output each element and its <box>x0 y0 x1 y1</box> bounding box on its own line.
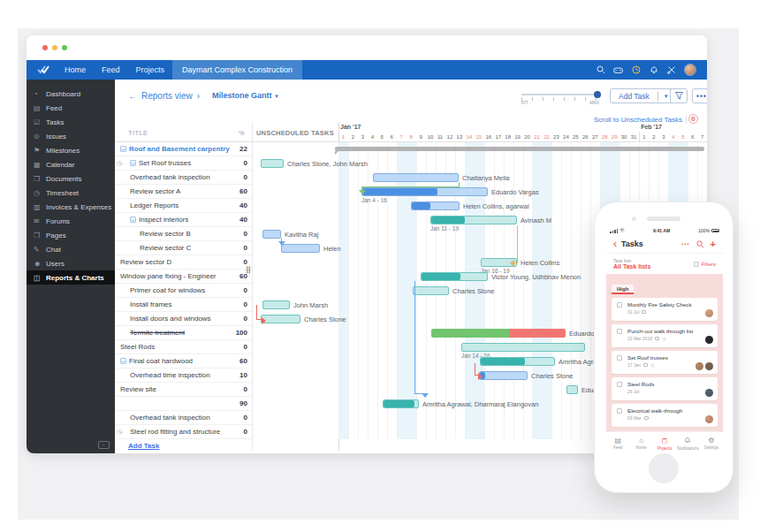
phone-tab-settings[interactable]: ⚙Settings <box>700 432 723 454</box>
column-header-title[interactable]: TITLE <box>128 129 148 137</box>
nav-item-projects[interactable]: Projects <box>128 60 173 80</box>
sidebar-item-milestones[interactable]: ⚑Milestones <box>27 143 115 157</box>
column-header-percent[interactable]: % <box>239 129 245 137</box>
task-title[interactable]: Review sector A <box>130 187 180 195</box>
sidebar-item-issues[interactable]: ⊙Issues <box>27 129 115 143</box>
priority-tab-high[interactable]: High <box>612 285 634 294</box>
gantt-bar[interactable] <box>373 173 459 182</box>
gantt-bar[interactable] <box>461 343 585 352</box>
table-row[interactable]: Overhead tank inspection0 <box>115 171 252 185</box>
sidebar-item-tasks[interactable]: ☑Tasks <box>27 115 115 129</box>
view-selector[interactable]: Milestone Gantt ▼ <box>212 91 279 100</box>
table-row[interactable]: –Inspect interiors40 <box>115 213 252 227</box>
filter-button[interactable] <box>670 88 688 103</box>
unscheduled-task-bar[interactable] <box>261 159 284 168</box>
table-row[interactable]: Review site0 <box>115 383 252 397</box>
zoom-slider[interactable]: FIT MAX <box>521 94 599 101</box>
gantt-bar-overdue[interactable] <box>509 329 566 338</box>
zoom-slider-knob[interactable] <box>594 91 601 98</box>
sidebar-item-invoices[interactable]: ▥Invoices & Expenses <box>27 200 115 214</box>
gantt-bar[interactable] <box>361 187 488 196</box>
unscheduled-task-bar[interactable] <box>281 244 320 253</box>
gantt-bar[interactable] <box>413 286 449 295</box>
timer-icon[interactable] <box>631 65 641 75</box>
home-button[interactable] <box>649 453 679 483</box>
collapse-toggle-icon[interactable]: – <box>120 358 126 364</box>
sidebar-item-users[interactable]: ☻Users <box>27 256 115 270</box>
search-icon[interactable] <box>696 236 704 252</box>
table-row[interactable]: –Final coat hardwood60 <box>115 354 252 369</box>
task-title[interactable]: Review sector D <box>120 258 171 266</box>
table-row[interactable]: Install frames0 <box>115 298 252 312</box>
tasklist-selector[interactable]: Task lists All Task lists Filters <box>606 254 723 274</box>
table-row[interactable]: Overhead tank inspection0 <box>115 411 252 425</box>
close-window-icon[interactable] <box>42 45 48 50</box>
table-row[interactable]: Review sector D0 <box>115 255 252 270</box>
breadcrumb[interactable]: ← Reports view › <box>128 91 200 101</box>
table-row[interactable]: Review sector B0 <box>115 227 252 241</box>
task-title[interactable]: Install doors and windows <box>130 315 211 323</box>
zoho-projects-logo-icon[interactable] <box>27 60 57 80</box>
task-title[interactable]: Steel Rods <box>120 343 155 351</box>
sidebar-item-dashboard[interactable]: ◔Dashboard <box>27 87 115 101</box>
task-checkbox[interactable] <box>617 382 622 387</box>
task-card[interactable]: Punch-out walk through list23 Mar 2018◷ <box>612 324 718 347</box>
parent-summary-bar[interactable] <box>335 147 704 151</box>
task-title[interactable]: Overhead tank inspection <box>130 173 210 181</box>
table-row[interactable]: Steel Rods0 <box>115 340 252 354</box>
table-row[interactable]: Termite treatment100 <box>115 326 252 340</box>
task-card[interactable]: Monthly Fire Safety Check31 Jul <box>612 298 718 321</box>
back-arrow-icon[interactable]: ← <box>128 91 137 101</box>
active-project-tab[interactable]: Daymart Complex Construction <box>172 60 302 80</box>
gantt-bar[interactable] <box>480 357 555 366</box>
table-row[interactable]: Overhead time inspection10 <box>115 369 252 383</box>
task-card[interactable]: Set Roof trusses17 Jan◷ <box>612 351 718 374</box>
task-card[interactable]: Steel Rods26 Jul <box>612 377 718 400</box>
add-icon[interactable]: + <box>711 239 716 249</box>
table-row[interactable]: Review sector A60 <box>115 185 252 199</box>
gantt-bar[interactable] <box>383 399 419 408</box>
task-card[interactable]: Electrical walk-through03 Mar <box>612 404 718 427</box>
unscheduled-task-bar[interactable] <box>262 300 290 309</box>
sidebar-item-chat[interactable]: ✎Chat <box>27 242 115 256</box>
task-title[interactable]: Final coat hardwood <box>129 357 193 365</box>
table-row[interactable]: Install doors and windows0 <box>115 312 252 326</box>
task-title[interactable]: Termite treatment <box>130 329 185 337</box>
nav-item-home[interactable]: Home <box>57 60 94 80</box>
task-title[interactable]: Set Roof trusses <box>139 159 191 167</box>
unscheduled-task-bar[interactable] <box>261 315 300 323</box>
sidebar-collapse-button[interactable]: ← <box>98 441 110 449</box>
task-checkbox[interactable] <box>617 302 622 308</box>
task-title[interactable]: Overhead tank inspection <box>130 414 210 422</box>
task-title[interactable]: Review site <box>120 385 156 393</box>
more-options-button[interactable]: ••• <box>692 88 707 103</box>
maximize-window-icon[interactable] <box>62 45 67 50</box>
task-title[interactable]: Ledger Reports <box>130 201 179 209</box>
task-checkbox[interactable] <box>617 329 622 334</box>
table-row[interactable]: Window pane fixing - Engineer60 <box>115 270 252 284</box>
phone-tab-feed[interactable]: ▤Feed <box>606 432 629 454</box>
bell-icon[interactable] <box>649 65 658 75</box>
nav-item-feed[interactable]: Feed <box>94 60 128 80</box>
sidebar-item-forums[interactable]: ✉Forums <box>27 214 115 228</box>
sidebar-item-pages[interactable]: ❐Pages <box>27 228 115 242</box>
gantt-bar[interactable] <box>421 272 488 281</box>
search-icon[interactable] <box>596 65 605 75</box>
gantt-bar-complete[interactable] <box>431 329 509 338</box>
task-title[interactable]: Primer coat for windows <box>130 286 205 294</box>
task-title[interactable]: Window pane fixing - Engineer <box>120 272 217 280</box>
more-menu-icon[interactable]: ••• <box>681 241 689 247</box>
filters-button[interactable]: Filters <box>694 262 716 267</box>
task-checkbox[interactable] <box>617 408 622 414</box>
drag-handle-icon[interactable]: ⣿ <box>246 266 251 274</box>
task-title[interactable]: Steel rod fitting and structure <box>130 428 220 436</box>
minimize-window-icon[interactable] <box>52 45 57 50</box>
gamepad-icon[interactable] <box>613 65 623 75</box>
task-title[interactable]: Overhead time inspection <box>130 371 210 379</box>
table-row[interactable]: Ledger Reports40 <box>115 199 252 213</box>
task-title[interactable]: Roof and Basement carpentry <box>129 145 230 153</box>
tasklist-value[interactable]: All Task lists <box>613 263 650 270</box>
collapse-toggle-icon[interactable]: – <box>130 217 136 223</box>
breadcrumb-label[interactable]: Reports view <box>141 91 193 101</box>
back-chevron-icon[interactable]: ‹ <box>613 239 617 248</box>
